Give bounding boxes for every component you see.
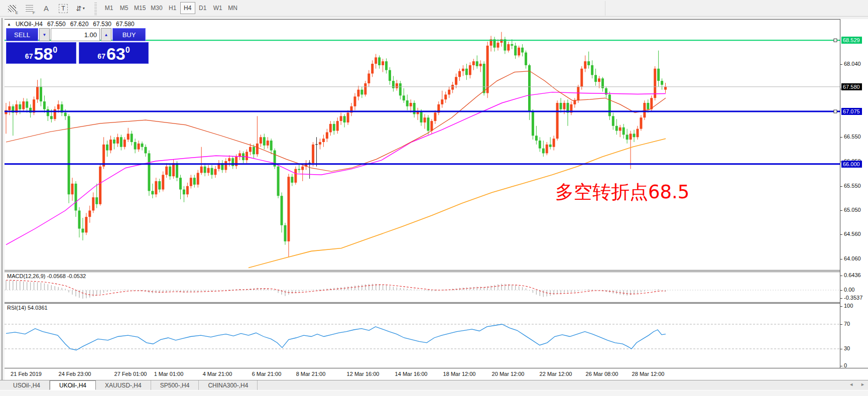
rsi-axis-label-0: 0 xyxy=(844,362,847,368)
top-toolbar: E F A T ⇵▾ M1M5M15M30H1H4D1W1MN xyxy=(0,0,868,17)
current-price-badge: 67.580 xyxy=(841,83,862,90)
chart-annotation[interactable]: 多空转折点68.5 xyxy=(555,180,689,205)
time-axis-label: 4 Mar 21:00 xyxy=(203,371,232,377)
tab-scroll-left-icon[interactable]: ◄ xyxy=(849,382,853,387)
price-axis[interactable]: 68.04067.54066.55066.05065.55065.05064.5… xyxy=(840,19,868,368)
time-axis-label: 12 Mar 16:00 xyxy=(347,371,380,377)
chart-header: ▲ UKOil-,H4 67.550 67.620 67.530 67.580 xyxy=(7,21,135,28)
timeframe-button-m1[interactable]: M1 xyxy=(101,2,116,14)
time-axis-label: 27 Feb 01:00 xyxy=(114,371,147,377)
chart-tab-ukoilh4[interactable]: UKOil-,H4 xyxy=(50,380,96,390)
tab-scroll-right-icon[interactable]: ► xyxy=(860,382,865,387)
timeframe-button-m15[interactable]: M15 xyxy=(132,2,148,14)
rsi-axis-label-0-tick xyxy=(840,366,842,366)
chart-tab-bar: USOil-,H4UKOil-,H4XAUUSD-,H4SP500-,H4CHI… xyxy=(0,380,868,390)
buy-quote-panel[interactable]: 67 63 0 xyxy=(79,42,149,64)
time-axis-label: 18 Mar 12:00 xyxy=(443,371,476,377)
price-axis-label-64.060: 64.060 xyxy=(844,255,861,261)
price-axis-label-68.040: 68.040 xyxy=(844,61,861,67)
status-bar xyxy=(0,390,868,396)
rsi-axis-label-30: 30 xyxy=(844,345,850,351)
rsi-axis-label-30-tick xyxy=(840,349,842,349)
time-axis-label: 22 Mar 12:00 xyxy=(540,371,572,377)
macd-indicator-canvas[interactable] xyxy=(5,272,840,302)
time-axis-label: 21 Feb 2019 xyxy=(11,371,42,377)
rsi-axis-label-70-tick xyxy=(840,324,842,325)
toolbar-separator xyxy=(94,2,97,15)
time-axis-label: 26 Mar 08:00 xyxy=(586,371,618,377)
volume-increase-button[interactable]: ▲ xyxy=(101,28,111,41)
macd-axis-label--0.3537-tick xyxy=(840,298,842,299)
ohlc-low: 67.530 xyxy=(93,21,111,28)
macd-axis-label-0.00: 0.00 xyxy=(844,287,854,293)
chart-tab-sp500h4[interactable]: SP500-,H4 xyxy=(151,380,199,390)
rsi-axis-label-100-tick xyxy=(840,306,842,307)
macd-axis-label-0.6436-tick xyxy=(840,276,842,276)
level-price-badge-67.075: 67.075 xyxy=(841,108,862,115)
timeframe-button-m30[interactable]: M30 xyxy=(148,2,165,14)
sell-quote-panel[interactable]: 67 58 0 xyxy=(6,42,76,64)
timeframe-button-w1[interactable]: W1 xyxy=(210,2,225,14)
time-axis-label: 28 Mar 12:00 xyxy=(632,371,665,377)
trading-app-window: E F A T ⇵▾ M1M5M15M30H1H4D1W1MN 68.04067… xyxy=(0,0,868,396)
timeframe-button-d1[interactable]: D1 xyxy=(195,2,210,14)
timeframe-button-h1[interactable]: H1 xyxy=(165,2,180,14)
price-axis-label-65.050-tick xyxy=(840,210,842,211)
rsi-indicator-canvas[interactable] xyxy=(5,304,840,368)
chart-symbol-label: UKOil-,H4 xyxy=(16,21,43,28)
level-price-badge-68.529: 68.529 xyxy=(841,37,862,44)
sell-price-sup: 0 xyxy=(53,46,57,55)
price-axis-label-68.040-tick xyxy=(840,64,842,65)
rsi-axis-label-70: 70 xyxy=(844,321,850,327)
text-label-icon[interactable]: A xyxy=(40,3,52,15)
time-axis-label: 8 Mar 21:00 xyxy=(296,371,326,377)
macd-label: MACD(12,26,9) -0.0568 -0.0532 xyxy=(7,273,86,279)
time-axis-label: 1 Mar 01:00 xyxy=(154,371,184,377)
price-axis-label-66.550: 66.550 xyxy=(844,134,861,140)
text-box-icon[interactable]: T xyxy=(57,3,69,15)
draw-hatch-icon[interactable]: E xyxy=(6,3,18,15)
volume-decrease-button[interactable]: ▼ xyxy=(39,28,50,41)
buy-button[interactable]: BUY xyxy=(112,28,146,41)
timeframe-toolbar: M1M5M15M30H1H4D1W1MN xyxy=(101,2,240,14)
draw-fibo-grid-icon[interactable]: F xyxy=(23,3,35,15)
volume-input[interactable] xyxy=(51,28,100,41)
ohlc-high: 67.620 xyxy=(70,21,89,28)
time-axis-label: 14 Mar 16:00 xyxy=(395,371,428,377)
macd-axis-label-0.00-tick xyxy=(840,290,842,291)
price-axis-label-65.550: 65.550 xyxy=(844,183,861,189)
price-axis-label-66.550-tick xyxy=(840,137,842,138)
sell-price-prefix: 67 xyxy=(25,52,33,60)
price-axis-label-65.050: 65.050 xyxy=(844,207,861,213)
sell-price-big: 58 xyxy=(34,46,53,62)
timeframe-button-h4[interactable]: H4 xyxy=(180,2,195,14)
time-axis-label: 20 Mar 12:00 xyxy=(492,371,525,377)
chart-tab-xauusdh4[interactable]: XAUUSD-,H4 xyxy=(96,380,151,390)
timeframe-button-mn[interactable]: MN xyxy=(225,2,240,14)
chevron-down-icon: ▾ xyxy=(83,6,85,11)
buy-price-big: 63 xyxy=(106,46,126,62)
collapse-triangle-icon[interactable]: ▲ xyxy=(7,22,11,27)
price-axis-label-64.060-tick xyxy=(840,259,842,259)
rsi-label: RSI(14) 54.0361 xyxy=(7,305,48,311)
macd-axis-label-0.6436: 0.6436 xyxy=(844,272,861,278)
ohlc-open: 67.550 xyxy=(47,21,66,28)
buy-price-sup: 0 xyxy=(126,46,130,55)
chart-tab-china300h4[interactable]: CHINA300-,H4 xyxy=(199,380,258,390)
price-axis-label-65.550-tick xyxy=(840,186,842,187)
time-axis-label: 6 Mar 21:00 xyxy=(252,371,282,377)
time-axis-label: 24 Feb 23:00 xyxy=(59,371,91,377)
price-axis-label-64.560-tick xyxy=(840,234,842,235)
chart-window-left-border xyxy=(2,18,3,380)
buy-price-prefix: 67 xyxy=(97,52,105,60)
sell-button[interactable]: SELL xyxy=(6,28,38,41)
level-price-badge-66.000: 66.000 xyxy=(841,161,862,168)
one-click-trading-widget: SELL ▼ ▲ BUY 67 58 0 67 63 0 xyxy=(6,28,149,64)
timeframe-button-m5[interactable]: M5 xyxy=(116,2,132,14)
ohlc-close: 67.580 xyxy=(116,21,135,28)
time-axis[interactable]: 21 Feb 201924 Feb 23:0027 Feb 01:001 Mar… xyxy=(5,368,868,380)
rsi-axis-label-100: 100 xyxy=(844,303,853,309)
chart-tab-usoilh4[interactable]: USOil-,H4 xyxy=(4,380,50,390)
toolbar-separator-2 xyxy=(605,1,605,16)
arrows-tool-icon[interactable]: ⇵▾ xyxy=(74,3,86,15)
